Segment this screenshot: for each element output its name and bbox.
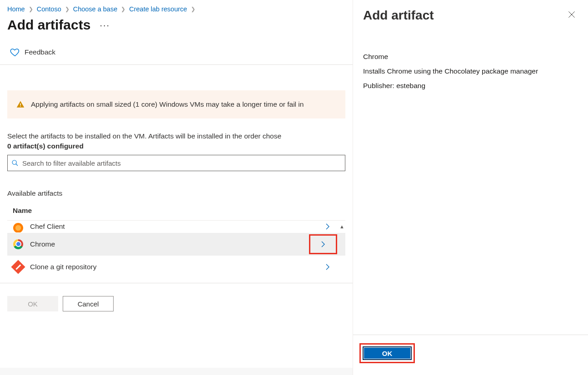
breadcrumb-contoso[interactable]: Contoso [37, 5, 61, 13]
add-artifact-panel: Add artifact Chrome Installs Chrome usin… [353, 0, 588, 375]
footer-bar: OK Cancel [0, 283, 353, 324]
chevron-right-icon: ❯ [29, 6, 33, 12]
heart-icon [10, 47, 20, 57]
svg-rect-0 [20, 104, 21, 106]
more-button[interactable]: ··· [97, 20, 113, 30]
breadcrumb-home[interactable]: Home [7, 5, 25, 13]
ok-highlight: OK [359, 343, 415, 363]
chevron-highlight[interactable] [309, 234, 337, 254]
chrome-icon [13, 239, 24, 250]
artifact-row-chef[interactable]: Chef Client [7, 220, 345, 233]
git-icon [13, 262, 24, 272]
chevron-right-icon [319, 240, 327, 248]
warning-text: Applying artifacts on small sized (1 cor… [31, 100, 304, 109]
configured-count: 0 artifact(s) configured [0, 140, 353, 150]
svg-line-3 [16, 164, 18, 166]
panel-body: Chrome Installs Chrome using the Chocola… [353, 25, 588, 96]
chevron-right-icon: ❯ [191, 6, 195, 12]
column-name-header: Name [0, 201, 353, 220]
chevron-right-icon: ❯ [121, 6, 125, 12]
artifact-name: Chef Client [30, 222, 65, 231]
page-title-row: Add artifacts ··· [0, 15, 353, 41]
chevron-right-icon: ❯ [65, 6, 70, 12]
ok-button: OK [7, 296, 58, 311]
breadcrumb: Home ❯ Contoso ❯ Choose a base ❯ Create … [0, 5, 353, 15]
chef-icon [13, 220, 24, 231]
chevron-right-icon[interactable] [324, 263, 332, 271]
breadcrumb-choose-base[interactable]: Choose a base [73, 5, 118, 13]
bottom-strip [0, 368, 353, 375]
instruction-text: Select the artifacts to be installed on … [0, 118, 353, 140]
available-heading: Available artifacts [0, 171, 353, 201]
feedback-button[interactable]: Feedback [0, 41, 353, 65]
artifact-name: Chrome [30, 240, 55, 248]
svg-rect-1 [20, 106, 21, 107]
breadcrumb-create-lab[interactable]: Create lab resource [129, 5, 187, 13]
panel-ok-button[interactable]: OK [363, 346, 412, 360]
panel-header: Add artifact [353, 0, 588, 25]
artifact-publisher: Publisher: estebang [363, 82, 578, 90]
search-box[interactable] [7, 155, 345, 171]
svg-point-2 [12, 160, 16, 164]
artifact-description: Installs Chrome using the Chocolatey pac… [363, 67, 578, 75]
cancel-button[interactable]: Cancel [63, 296, 114, 311]
chevron-right-icon[interactable] [324, 222, 332, 231]
artifact-list: ▲ Chef Client Chrome Clone a git reposit… [7, 220, 345, 278]
warning-icon [16, 100, 25, 109]
search-input[interactable] [22, 159, 341, 167]
artifact-row-chrome[interactable]: Chrome [7, 233, 345, 256]
main-panel: Home ❯ Contoso ❯ Choose a base ❯ Create … [0, 0, 353, 375]
warning-banner: Applying artifacts on small sized (1 cor… [7, 90, 345, 118]
panel-title: Add artifact [363, 8, 434, 23]
close-icon[interactable] [565, 8, 578, 21]
search-icon [11, 159, 19, 167]
feedback-label: Feedback [25, 48, 55, 56]
artifact-name-text: Chrome [363, 53, 578, 61]
panel-footer: OK [353, 335, 588, 375]
artifact-row-git[interactable]: Clone a git repository [7, 256, 345, 278]
page-title: Add artifacts [7, 17, 90, 33]
artifact-name: Clone a git repository [30, 263, 96, 271]
